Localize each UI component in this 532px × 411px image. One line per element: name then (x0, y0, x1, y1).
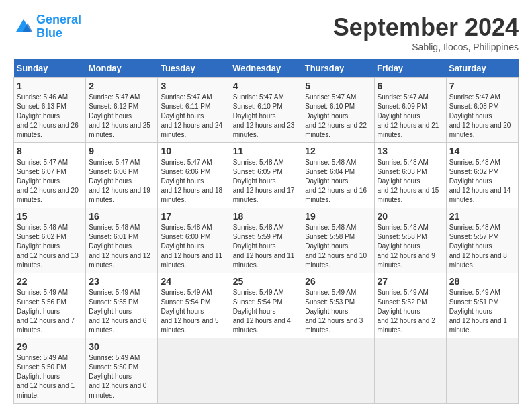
day-number: 7 (449, 81, 515, 91)
calendar-cell: 13 Sunrise: 5:48 AMSunset: 6:03 PMDaylig… (374, 143, 446, 208)
calendar-cell: 19 Sunrise: 5:48 AMSunset: 5:58 PMDaylig… (302, 208, 374, 273)
day-info: Sunrise: 5:47 AMSunset: 6:07 PMDaylight … (17, 158, 79, 203)
calendar-cell: 5 Sunrise: 5:47 AMSunset: 6:10 PMDayligh… (302, 78, 374, 143)
day-number: 25 (233, 276, 300, 287)
calendar-cell: 24 Sunrise: 5:49 AMSunset: 5:54 PMDaylig… (158, 273, 230, 338)
calendar-cell: 15 Sunrise: 5:48 AMSunset: 6:02 PMDaylig… (14, 208, 86, 273)
calendar-cell: 22 Sunrise: 5:49 AMSunset: 5:56 PMDaylig… (14, 273, 86, 338)
day-info: Sunrise: 5:49 AMSunset: 5:55 PMDaylight … (89, 289, 146, 334)
day-number: 24 (161, 276, 226, 287)
calendar-cell (374, 338, 446, 404)
month-title: September 2024 (333, 13, 519, 42)
calendar-header-row: SundayMondayTuesdayWednesdayThursdayFrid… (14, 59, 519, 78)
calendar-cell: 9 Sunrise: 5:47 AMSunset: 6:06 PMDayligh… (86, 143, 158, 208)
day-info: Sunrise: 5:49 AMSunset: 5:50 PMDaylight … (17, 354, 75, 399)
logo-text: General Blue (36, 13, 81, 40)
day-info: Sunrise: 5:48 AMSunset: 5:58 PMDaylight … (378, 224, 435, 269)
day-info: Sunrise: 5:49 AMSunset: 5:54 PMDaylight … (233, 289, 291, 334)
day-info: Sunrise: 5:49 AMSunset: 5:56 PMDaylight … (17, 289, 75, 334)
calendar-cell: 21 Sunrise: 5:48 AMSunset: 5:57 PMDaylig… (446, 208, 518, 273)
day-number: 11 (233, 146, 300, 156)
day-number: 21 (449, 211, 515, 222)
day-info: Sunrise: 5:49 AMSunset: 5:53 PMDaylight … (305, 289, 363, 334)
day-info: Sunrise: 5:48 AMSunset: 5:59 PMDaylight … (233, 224, 295, 269)
day-number: 22 (17, 276, 83, 287)
calendar-cell: 17 Sunrise: 5:48 AMSunset: 6:00 PMDaylig… (158, 208, 230, 273)
day-number: 23 (89, 276, 154, 287)
logo: General Blue (13, 13, 81, 40)
day-number: 8 (17, 146, 83, 156)
calendar-table: SundayMondayTuesdayWednesdayThursdayFrid… (13, 59, 519, 404)
day-info: Sunrise: 5:46 AMSunset: 6:13 PMDaylight … (17, 93, 79, 138)
day-number: 2 (89, 81, 154, 91)
day-number: 16 (89, 211, 154, 222)
calendar-cell: 14 Sunrise: 5:48 AMSunset: 6:02 PMDaylig… (446, 143, 518, 208)
calendar-cell: 29 Sunrise: 5:49 AMSunset: 5:50 PMDaylig… (14, 338, 86, 404)
day-number: 12 (305, 146, 371, 156)
location: Sablig, Ilocos, Philippines (333, 42, 519, 52)
calendar-cell: 2 Sunrise: 5:47 AMSunset: 6:12 PMDayligh… (86, 78, 158, 143)
day-number: 13 (378, 146, 443, 156)
day-info: Sunrise: 5:48 AMSunset: 6:02 PMDaylight … (17, 224, 79, 269)
calendar-cell (158, 338, 230, 404)
day-info: Sunrise: 5:47 AMSunset: 6:11 PMDaylight … (161, 93, 222, 138)
day-info: Sunrise: 5:48 AMSunset: 6:02 PMDaylight … (449, 158, 511, 203)
day-info: Sunrise: 5:48 AMSunset: 5:57 PMDaylight … (449, 224, 507, 269)
page-header: General Blue September 2024 Sablig, Iloc… (13, 13, 519, 52)
calendar-cell: 25 Sunrise: 5:49 AMSunset: 5:54 PMDaylig… (230, 273, 302, 338)
day-number: 17 (161, 211, 226, 222)
calendar-cell: 1 Sunrise: 5:46 AMSunset: 6:13 PMDayligh… (14, 78, 86, 143)
day-number: 18 (233, 211, 300, 222)
day-info: Sunrise: 5:47 AMSunset: 6:06 PMDaylight … (161, 158, 222, 203)
day-number: 26 (305, 276, 371, 287)
day-info: Sunrise: 5:48 AMSunset: 6:00 PMDaylight … (161, 224, 222, 269)
day-info: Sunrise: 5:48 AMSunset: 6:03 PMDaylight … (378, 158, 439, 203)
day-number: 10 (161, 146, 226, 156)
column-header-sunday: Sunday (14, 59, 86, 78)
day-info: Sunrise: 5:49 AMSunset: 5:51 PMDaylight … (449, 289, 507, 334)
day-info: Sunrise: 5:48 AMSunset: 6:01 PMDaylight … (89, 224, 150, 269)
calendar-cell: 30 Sunrise: 5:49 AMSunset: 5:50 PMDaylig… (86, 338, 158, 404)
calendar-week-row: 22 Sunrise: 5:49 AMSunset: 5:56 PMDaylig… (14, 273, 519, 338)
column-header-saturday: Saturday (446, 59, 518, 78)
calendar-cell: 23 Sunrise: 5:49 AMSunset: 5:55 PMDaylig… (86, 273, 158, 338)
day-info: Sunrise: 5:49 AMSunset: 5:50 PMDaylight … (89, 354, 146, 399)
day-info: Sunrise: 5:47 AMSunset: 6:09 PMDaylight … (378, 93, 439, 138)
column-header-tuesday: Tuesday (158, 59, 230, 78)
day-number: 3 (161, 81, 226, 91)
day-number: 4 (233, 81, 300, 91)
calendar-week-row: 29 Sunrise: 5:49 AMSunset: 5:50 PMDaylig… (14, 338, 519, 404)
calendar-cell: 27 Sunrise: 5:49 AMSunset: 5:52 PMDaylig… (374, 273, 446, 338)
column-header-friday: Friday (374, 59, 446, 78)
column-header-monday: Monday (86, 59, 158, 78)
calendar-cell: 28 Sunrise: 5:49 AMSunset: 5:51 PMDaylig… (446, 273, 518, 338)
day-number: 29 (17, 341, 83, 352)
column-header-wednesday: Wednesday (230, 59, 302, 78)
day-number: 15 (17, 211, 83, 222)
calendar-cell: 20 Sunrise: 5:48 AMSunset: 5:58 PMDaylig… (374, 208, 446, 273)
day-info: Sunrise: 5:47 AMSunset: 6:06 PMDaylight … (89, 158, 150, 203)
calendar-week-row: 1 Sunrise: 5:46 AMSunset: 6:13 PMDayligh… (14, 78, 519, 143)
title-block: September 2024 Sablig, Ilocos, Philippin… (333, 13, 519, 52)
calendar-cell (446, 338, 518, 404)
calendar-cell: 11 Sunrise: 5:48 AMSunset: 6:05 PMDaylig… (230, 143, 302, 208)
day-number: 5 (305, 81, 371, 91)
calendar-cell: 10 Sunrise: 5:47 AMSunset: 6:06 PMDaylig… (158, 143, 230, 208)
calendar-cell (230, 338, 302, 404)
day-info: Sunrise: 5:49 AMSunset: 5:54 PMDaylight … (161, 289, 218, 334)
column-header-thursday: Thursday (302, 59, 374, 78)
day-info: Sunrise: 5:47 AMSunset: 6:10 PMDaylight … (233, 93, 295, 138)
day-number: 1 (17, 81, 83, 91)
calendar-cell: 18 Sunrise: 5:48 AMSunset: 5:59 PMDaylig… (230, 208, 302, 273)
calendar-cell: 4 Sunrise: 5:47 AMSunset: 6:10 PMDayligh… (230, 78, 302, 143)
calendar-cell (302, 338, 374, 404)
day-number: 28 (449, 276, 515, 287)
day-number: 19 (305, 211, 371, 222)
day-info: Sunrise: 5:47 AMSunset: 6:12 PMDaylight … (89, 93, 150, 138)
calendar-cell: 3 Sunrise: 5:47 AMSunset: 6:11 PMDayligh… (158, 78, 230, 143)
calendar-cell: 12 Sunrise: 5:48 AMSunset: 6:04 PMDaylig… (302, 143, 374, 208)
day-number: 30 (89, 341, 154, 352)
calendar-cell: 26 Sunrise: 5:49 AMSunset: 5:53 PMDaylig… (302, 273, 374, 338)
calendar-cell: 6 Sunrise: 5:47 AMSunset: 6:09 PMDayligh… (374, 78, 446, 143)
day-info: Sunrise: 5:47 AMSunset: 6:08 PMDaylight … (449, 93, 511, 138)
